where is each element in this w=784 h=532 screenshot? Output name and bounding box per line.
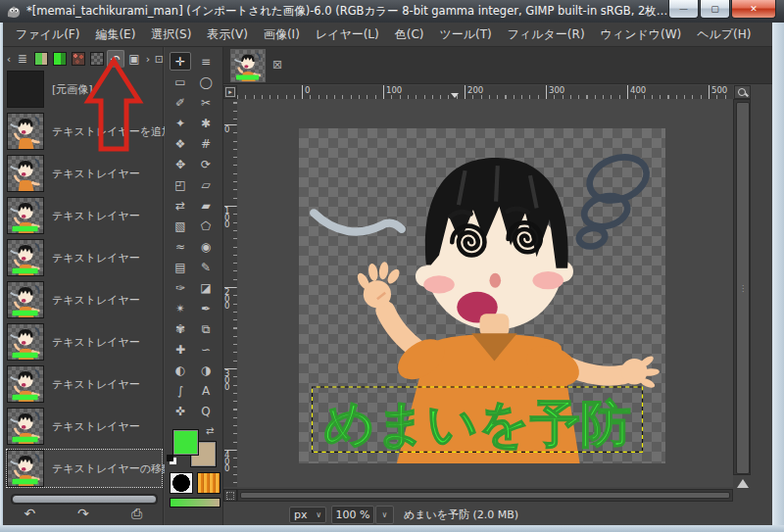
paintbrush-tool[interactable]: ✑ (170, 278, 191, 297)
mypaint-brush-tool[interactable]: ✾ (170, 319, 191, 338)
colors-tab[interactable] (32, 50, 50, 68)
undo-button[interactable]: ↶ (13, 506, 46, 522)
vertical-ruler[interactable]: 01 0 02 0 03 0 04 0 0 (223, 99, 238, 487)
vertical-scrollbar[interactable]: ⋮ (733, 99, 751, 475)
shear-tool[interactable]: ▱ (195, 175, 217, 194)
dock-horizontal-scrollbar[interactable] (11, 494, 158, 505)
menu-item[interactable]: 色(C) (387, 24, 432, 45)
h-ruler-label: 100 (383, 85, 402, 99)
menu-item[interactable]: レイヤー(L) (308, 24, 387, 45)
close-view-icon[interactable]: ⊠ (272, 58, 282, 72)
menu-item[interactable]: 表示(V) (199, 24, 256, 45)
rotate-tool[interactable]: ⟳ (195, 155, 217, 173)
heal-tool[interactable]: ✚ (170, 340, 191, 359)
zoom-level-value: 100 % (336, 508, 370, 521)
move-tool[interactable]: ✛ (170, 52, 191, 71)
redo-button[interactable]: ↷ (67, 506, 100, 522)
zoom-dropdown-button[interactable]: ∨ (375, 506, 394, 524)
crop-tool[interactable]: # (195, 134, 217, 153)
pattern-preview[interactable] (197, 472, 220, 494)
pencil-tool[interactable]: ✎ (195, 258, 217, 276)
undo-history-item[interactable]: テキストレイヤーの移動 (7, 450, 162, 487)
fuzzy-select-tool[interactable]: ✱ (195, 114, 217, 132)
ellipse-select-tool[interactable]: ◯ (195, 73, 217, 91)
undo-history-item[interactable]: テキストレイヤー (7, 155, 162, 192)
zoom-follow-window-button[interactable] (734, 85, 751, 99)
canvas-image[interactable]: めまいを予防 (299, 128, 665, 463)
swap-colors-icon[interactable]: ⇄ (206, 425, 214, 436)
menu-item[interactable]: ツール(T) (431, 24, 499, 45)
horizontal-scrollbar[interactable] (237, 489, 733, 502)
text-tool[interactable]: A (195, 381, 217, 400)
document-history-tab[interactable]: ▣ (125, 50, 143, 68)
foreground-select-tool[interactable]: ✦ (170, 114, 191, 132)
rectangle-select-tool[interactable]: ▭ (170, 73, 191, 91)
scissors-select-tool[interactable]: ✂ (195, 93, 217, 112)
image-tab[interactable] (230, 49, 266, 82)
canvas-viewport[interactable]: めまいを予防 (237, 99, 733, 487)
vertical-scrollbar-thumb[interactable]: ⋮ (736, 102, 750, 474)
color-picker-tool[interactable]: ✜ (170, 402, 191, 420)
undo-history-item[interactable]: テキストレイヤー (7, 365, 162, 403)
unit-dropdown[interactable]: px ∨ (289, 507, 326, 523)
undo-history-item[interactable]: テキストレイヤー (7, 408, 162, 445)
foreground-color-swatch[interactable] (172, 429, 199, 456)
eraser-tool[interactable]: ◪ (195, 278, 217, 297)
blur-sharpen-tool[interactable]: ◐ (170, 361, 191, 379)
menu-item[interactable]: フィルター(R) (500, 24, 593, 45)
menu-item[interactable]: 画像(I) (256, 24, 308, 45)
maximize-button[interactable]: ▢ (700, 0, 730, 19)
dock-menu-icon[interactable]: ⊡ (155, 53, 164, 66)
menu-item[interactable]: 選択(S) (143, 24, 199, 45)
warp-transform-tool[interactable]: ≈ (170, 237, 191, 256)
3d-transform-tool[interactable]: ▧ (170, 217, 191, 235)
gradient-tool[interactable]: ▤ (170, 258, 191, 276)
brushes-tab[interactable] (70, 50, 87, 68)
close-button[interactable]: ✕ (731, 0, 776, 19)
zoom-tool[interactable]: Q (195, 402, 217, 420)
menu-item[interactable]: 編集(E) (87, 24, 143, 45)
undo-history-item[interactable]: テキストレイヤー (7, 323, 162, 361)
quick-mask-toggle[interactable] (223, 489, 237, 502)
cage-transform-tool[interactable]: ⬠ (195, 217, 217, 235)
patterns-tab[interactable] (88, 50, 106, 68)
free-select-tool[interactable]: ✐ (170, 93, 191, 112)
undo-history-item[interactable]: テキストレイヤーを追加 (7, 113, 162, 150)
menu-item[interactable]: ヘルプ(H) (689, 24, 759, 45)
undo-history-item[interactable]: テキストレイヤー (7, 239, 162, 276)
alignment-tool[interactable]: ≡ (195, 52, 217, 71)
navigation-button[interactable] (735, 475, 750, 488)
undo-history-item[interactable]: テキストレイヤー (7, 281, 162, 318)
gradient-preview[interactable] (170, 498, 220, 508)
flip-tool[interactable]: ⇄ (170, 196, 191, 215)
undo-history-item[interactable]: テキストレイヤー (7, 197, 162, 234)
unified-transform-tool[interactable]: ✥ (170, 155, 191, 173)
perspective-tool[interactable]: ▰ (195, 196, 217, 215)
scale-tool[interactable]: ◰ (170, 175, 191, 194)
tab-scroll-left-icon[interactable]: ‹ (5, 53, 13, 66)
bucket-fill-tool[interactable]: ◉ (195, 237, 217, 256)
default-colors-icon[interactable] (167, 455, 173, 461)
images-tab[interactable] (51, 50, 69, 68)
paths-tool[interactable]: ∫ (170, 381, 191, 400)
menu-item[interactable]: ファイル(F) (8, 24, 87, 45)
ink-tool[interactable]: ✒ (195, 299, 217, 317)
brush-preview[interactable] (170, 472, 193, 494)
ruler-corner[interactable]: ▸ (223, 85, 237, 99)
horizontal-ruler[interactable]: 0100200300400500 (237, 85, 733, 100)
tab-scroll-right-icon[interactable]: › (144, 53, 152, 66)
minimize-button[interactable]: — (668, 0, 699, 19)
airbrush-tool[interactable]: ✴ (170, 299, 191, 317)
menu-item[interactable]: ウィンドウ(W) (593, 24, 690, 45)
undo-history-tab[interactable]: ↶ (107, 50, 124, 68)
undo-history-item[interactable]: [元画像] (7, 71, 162, 108)
smudge-tool[interactable]: ∽ (195, 340, 217, 359)
clear-history-button[interactable]: ⎙ (121, 506, 154, 522)
dodge-burn-tool[interactable]: ◑ (195, 361, 217, 379)
horizontal-scrollbar-thumb[interactable] (240, 492, 730, 499)
zoom-level-field[interactable]: 100 % (331, 506, 374, 524)
clone-tool[interactable]: ⧉ (195, 319, 217, 338)
chevron-down-icon: ∨ (382, 510, 388, 519)
layers-tab[interactable]: ≣ (14, 50, 31, 68)
select-by-color-tool[interactable]: ❖ (170, 134, 191, 153)
